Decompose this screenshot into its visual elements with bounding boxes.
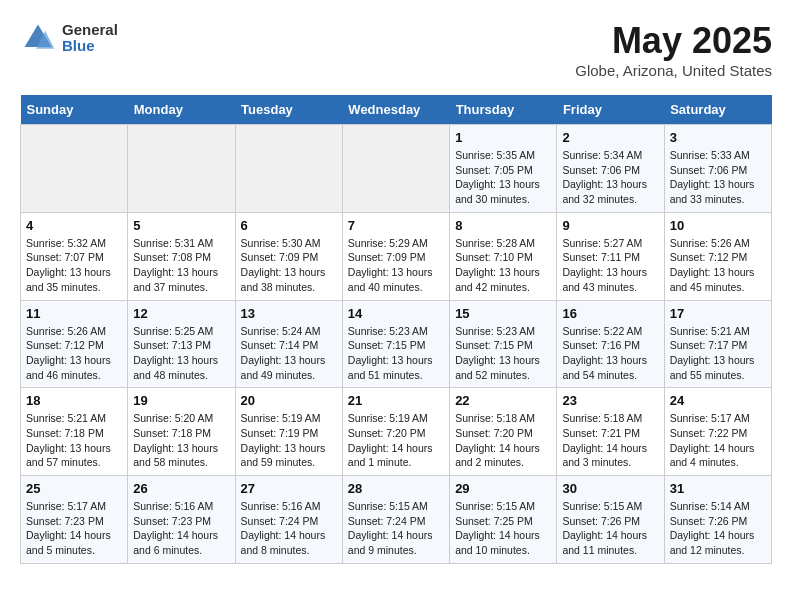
calendar-cell: 21Sunrise: 5:19 AM Sunset: 7:20 PM Dayli… bbox=[342, 388, 449, 476]
day-detail: Sunrise: 5:28 AM Sunset: 7:10 PM Dayligh… bbox=[455, 236, 551, 295]
calendar-cell: 15Sunrise: 5:23 AM Sunset: 7:15 PM Dayli… bbox=[450, 300, 557, 388]
day-number: 13 bbox=[241, 306, 337, 321]
calendar-cell: 5Sunrise: 5:31 AM Sunset: 7:08 PM Daylig… bbox=[128, 212, 235, 300]
calendar-cell: 22Sunrise: 5:18 AM Sunset: 7:20 PM Dayli… bbox=[450, 388, 557, 476]
day-detail: Sunrise: 5:35 AM Sunset: 7:05 PM Dayligh… bbox=[455, 148, 551, 207]
day-detail: Sunrise: 5:20 AM Sunset: 7:18 PM Dayligh… bbox=[133, 411, 229, 470]
day-number: 22 bbox=[455, 393, 551, 408]
calendar-cell: 6Sunrise: 5:30 AM Sunset: 7:09 PM Daylig… bbox=[235, 212, 342, 300]
calendar-cell: 7Sunrise: 5:29 AM Sunset: 7:09 PM Daylig… bbox=[342, 212, 449, 300]
col-header-wednesday: Wednesday bbox=[342, 95, 449, 125]
day-number: 14 bbox=[348, 306, 444, 321]
title-block: May 2025 Globe, Arizona, United States bbox=[575, 20, 772, 79]
day-detail: Sunrise: 5:27 AM Sunset: 7:11 PM Dayligh… bbox=[562, 236, 658, 295]
col-header-monday: Monday bbox=[128, 95, 235, 125]
calendar-cell: 2Sunrise: 5:34 AM Sunset: 7:06 PM Daylig… bbox=[557, 125, 664, 213]
day-number: 4 bbox=[26, 218, 122, 233]
calendar-cell: 27Sunrise: 5:16 AM Sunset: 7:24 PM Dayli… bbox=[235, 476, 342, 564]
day-number: 1 bbox=[455, 130, 551, 145]
main-title: May 2025 bbox=[575, 20, 772, 62]
calendar-cell: 18Sunrise: 5:21 AM Sunset: 7:18 PM Dayli… bbox=[21, 388, 128, 476]
day-number: 11 bbox=[26, 306, 122, 321]
day-number: 17 bbox=[670, 306, 766, 321]
col-header-sunday: Sunday bbox=[21, 95, 128, 125]
calendar-cell: 8Sunrise: 5:28 AM Sunset: 7:10 PM Daylig… bbox=[450, 212, 557, 300]
header-row: SundayMondayTuesdayWednesdayThursdayFrid… bbox=[21, 95, 772, 125]
day-number: 18 bbox=[26, 393, 122, 408]
calendar-cell bbox=[128, 125, 235, 213]
logo-icon bbox=[20, 20, 56, 56]
day-detail: Sunrise: 5:22 AM Sunset: 7:16 PM Dayligh… bbox=[562, 324, 658, 383]
day-detail: Sunrise: 5:23 AM Sunset: 7:15 PM Dayligh… bbox=[348, 324, 444, 383]
day-detail: Sunrise: 5:21 AM Sunset: 7:18 PM Dayligh… bbox=[26, 411, 122, 470]
logo-text: General Blue bbox=[62, 22, 118, 55]
day-detail: Sunrise: 5:32 AM Sunset: 7:07 PM Dayligh… bbox=[26, 236, 122, 295]
day-number: 5 bbox=[133, 218, 229, 233]
week-row-3: 11Sunrise: 5:26 AM Sunset: 7:12 PM Dayli… bbox=[21, 300, 772, 388]
col-header-thursday: Thursday bbox=[450, 95, 557, 125]
col-header-saturday: Saturday bbox=[664, 95, 771, 125]
day-detail: Sunrise: 5:26 AM Sunset: 7:12 PM Dayligh… bbox=[26, 324, 122, 383]
calendar-table: SundayMondayTuesdayWednesdayThursdayFrid… bbox=[20, 95, 772, 564]
logo: General Blue bbox=[20, 20, 118, 56]
week-row-2: 4Sunrise: 5:32 AM Sunset: 7:07 PM Daylig… bbox=[21, 212, 772, 300]
week-row-5: 25Sunrise: 5:17 AM Sunset: 7:23 PM Dayli… bbox=[21, 476, 772, 564]
day-detail: Sunrise: 5:31 AM Sunset: 7:08 PM Dayligh… bbox=[133, 236, 229, 295]
calendar-cell: 9Sunrise: 5:27 AM Sunset: 7:11 PM Daylig… bbox=[557, 212, 664, 300]
day-number: 10 bbox=[670, 218, 766, 233]
day-detail: Sunrise: 5:18 AM Sunset: 7:20 PM Dayligh… bbox=[455, 411, 551, 470]
calendar-cell: 1Sunrise: 5:35 AM Sunset: 7:05 PM Daylig… bbox=[450, 125, 557, 213]
day-number: 30 bbox=[562, 481, 658, 496]
day-detail: Sunrise: 5:16 AM Sunset: 7:24 PM Dayligh… bbox=[241, 499, 337, 558]
calendar-cell: 20Sunrise: 5:19 AM Sunset: 7:19 PM Dayli… bbox=[235, 388, 342, 476]
day-number: 19 bbox=[133, 393, 229, 408]
day-detail: Sunrise: 5:33 AM Sunset: 7:06 PM Dayligh… bbox=[670, 148, 766, 207]
day-detail: Sunrise: 5:18 AM Sunset: 7:21 PM Dayligh… bbox=[562, 411, 658, 470]
col-header-tuesday: Tuesday bbox=[235, 95, 342, 125]
day-number: 24 bbox=[670, 393, 766, 408]
day-number: 8 bbox=[455, 218, 551, 233]
day-number: 27 bbox=[241, 481, 337, 496]
day-number: 25 bbox=[26, 481, 122, 496]
week-row-4: 18Sunrise: 5:21 AM Sunset: 7:18 PM Dayli… bbox=[21, 388, 772, 476]
day-detail: Sunrise: 5:21 AM Sunset: 7:17 PM Dayligh… bbox=[670, 324, 766, 383]
day-detail: Sunrise: 5:19 AM Sunset: 7:19 PM Dayligh… bbox=[241, 411, 337, 470]
day-detail: Sunrise: 5:14 AM Sunset: 7:26 PM Dayligh… bbox=[670, 499, 766, 558]
calendar-cell bbox=[235, 125, 342, 213]
day-number: 23 bbox=[562, 393, 658, 408]
calendar-cell: 17Sunrise: 5:21 AM Sunset: 7:17 PM Dayli… bbox=[664, 300, 771, 388]
day-detail: Sunrise: 5:17 AM Sunset: 7:23 PM Dayligh… bbox=[26, 499, 122, 558]
day-number: 28 bbox=[348, 481, 444, 496]
day-number: 21 bbox=[348, 393, 444, 408]
day-detail: Sunrise: 5:24 AM Sunset: 7:14 PM Dayligh… bbox=[241, 324, 337, 383]
calendar-cell: 19Sunrise: 5:20 AM Sunset: 7:18 PM Dayli… bbox=[128, 388, 235, 476]
calendar-cell: 16Sunrise: 5:22 AM Sunset: 7:16 PM Dayli… bbox=[557, 300, 664, 388]
calendar-cell: 11Sunrise: 5:26 AM Sunset: 7:12 PM Dayli… bbox=[21, 300, 128, 388]
day-number: 26 bbox=[133, 481, 229, 496]
day-number: 9 bbox=[562, 218, 658, 233]
day-detail: Sunrise: 5:15 AM Sunset: 7:26 PM Dayligh… bbox=[562, 499, 658, 558]
day-detail: Sunrise: 5:23 AM Sunset: 7:15 PM Dayligh… bbox=[455, 324, 551, 383]
day-number: 2 bbox=[562, 130, 658, 145]
calendar-cell: 24Sunrise: 5:17 AM Sunset: 7:22 PM Dayli… bbox=[664, 388, 771, 476]
day-detail: Sunrise: 5:26 AM Sunset: 7:12 PM Dayligh… bbox=[670, 236, 766, 295]
calendar-cell: 10Sunrise: 5:26 AM Sunset: 7:12 PM Dayli… bbox=[664, 212, 771, 300]
day-number: 16 bbox=[562, 306, 658, 321]
calendar-cell: 31Sunrise: 5:14 AM Sunset: 7:26 PM Dayli… bbox=[664, 476, 771, 564]
calendar-cell: 29Sunrise: 5:15 AM Sunset: 7:25 PM Dayli… bbox=[450, 476, 557, 564]
calendar-cell: 30Sunrise: 5:15 AM Sunset: 7:26 PM Dayli… bbox=[557, 476, 664, 564]
calendar-cell bbox=[21, 125, 128, 213]
day-number: 3 bbox=[670, 130, 766, 145]
calendar-cell: 25Sunrise: 5:17 AM Sunset: 7:23 PM Dayli… bbox=[21, 476, 128, 564]
day-detail: Sunrise: 5:29 AM Sunset: 7:09 PM Dayligh… bbox=[348, 236, 444, 295]
day-detail: Sunrise: 5:16 AM Sunset: 7:23 PM Dayligh… bbox=[133, 499, 229, 558]
calendar-cell: 26Sunrise: 5:16 AM Sunset: 7:23 PM Dayli… bbox=[128, 476, 235, 564]
day-detail: Sunrise: 5:19 AM Sunset: 7:20 PM Dayligh… bbox=[348, 411, 444, 470]
week-row-1: 1Sunrise: 5:35 AM Sunset: 7:05 PM Daylig… bbox=[21, 125, 772, 213]
calendar-cell: 12Sunrise: 5:25 AM Sunset: 7:13 PM Dayli… bbox=[128, 300, 235, 388]
calendar-cell: 23Sunrise: 5:18 AM Sunset: 7:21 PM Dayli… bbox=[557, 388, 664, 476]
calendar-cell: 3Sunrise: 5:33 AM Sunset: 7:06 PM Daylig… bbox=[664, 125, 771, 213]
day-number: 6 bbox=[241, 218, 337, 233]
day-detail: Sunrise: 5:34 AM Sunset: 7:06 PM Dayligh… bbox=[562, 148, 658, 207]
calendar-cell: 28Sunrise: 5:15 AM Sunset: 7:24 PM Dayli… bbox=[342, 476, 449, 564]
